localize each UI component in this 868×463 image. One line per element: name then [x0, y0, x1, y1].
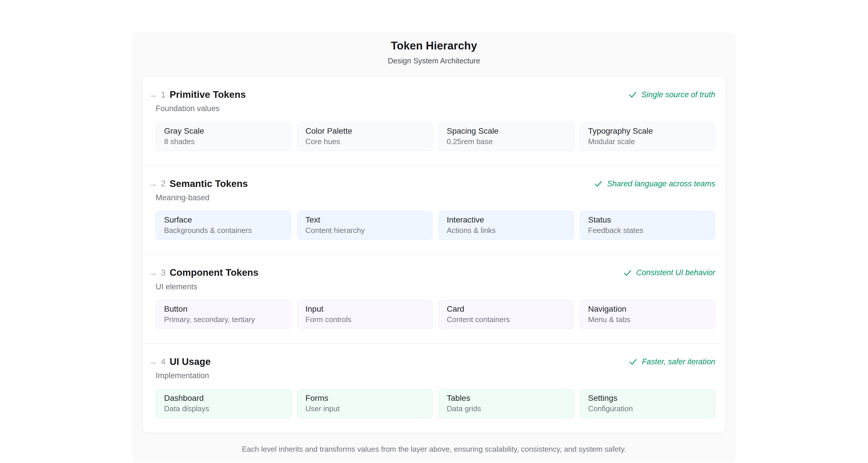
token-card-title: Text: [306, 215, 425, 225]
token-card: Interactive Actions & links: [438, 211, 574, 240]
token-card-subtitle: User input: [306, 404, 425, 413]
level-title: Semantic Tokens: [169, 179, 248, 189]
token-card-title: Settings: [588, 393, 707, 403]
level-number: 4: [161, 358, 165, 366]
token-card-subtitle: Configuration: [588, 404, 707, 413]
token-card: Card Content containers: [438, 300, 574, 329]
level-header: → 1 Primitive Tokens Single source of tr…: [149, 89, 715, 100]
token-card: Status Feedback states: [580, 211, 715, 240]
arrow-right-icon: →: [149, 90, 157, 99]
token-card-title: Typography Scale: [588, 126, 707, 136]
token-card-subtitle: Modular scale: [588, 137, 707, 147]
level-row: → 4 UI Usage Faster, safer iteration Imp…: [142, 343, 726, 433]
level-cards: Dashboard Data displays Forms User input…: [156, 389, 715, 418]
token-card: Input Form controls: [297, 300, 433, 329]
level-row: → 1 Primitive Tokens Single source of tr…: [142, 77, 726, 165]
level-benefit: Shared language across teams: [594, 179, 715, 188]
token-card: Color Palette Core hues: [297, 122, 433, 151]
hierarchy-board: → 1 Primitive Tokens Single source of tr…: [142, 76, 726, 433]
inheritance-note: Each level inherits and transforms value…: [142, 444, 726, 454]
token-card-title: Status: [588, 215, 707, 225]
token-card-title: Card: [447, 304, 566, 314]
arrow-right-icon: →: [149, 358, 157, 366]
arrow-right-icon: →: [149, 269, 157, 277]
level-number: 1: [161, 91, 165, 99]
token-card-title: Surface: [164, 215, 283, 225]
level-benefit: Consistent UI behavior: [623, 268, 715, 277]
token-card-title: Color Palette: [306, 126, 425, 136]
token-card-subtitle: 0.25rem base: [447, 137, 566, 147]
token-card-subtitle: Menu & tabs: [588, 315, 707, 325]
token-card: Text Content hierarchy: [297, 211, 433, 240]
level-header: → 3 Component Tokens Consistent UI behav…: [149, 267, 715, 278]
token-card-subtitle: Data displays: [164, 404, 283, 413]
benefit-text: Shared language across teams: [607, 179, 715, 188]
level-row: → 3 Component Tokens Consistent UI behav…: [142, 254, 726, 343]
token-card-title: Spacing Scale: [447, 126, 566, 136]
level-number: 2: [161, 179, 165, 188]
level-title: Component Tokens: [169, 267, 258, 278]
check-icon: [623, 268, 632, 278]
token-card-subtitle: Core hues: [306, 137, 425, 147]
level-subtitle: Meaning-based: [156, 193, 715, 202]
token-card-subtitle: Content hierarchy: [306, 226, 425, 235]
token-card: Forms User input: [297, 389, 433, 418]
token-card-subtitle: Actions & links: [447, 226, 566, 235]
token-hierarchy-panel: Token Hierarchy Design System Architectu…: [132, 32, 736, 462]
token-card-title: Button: [164, 304, 283, 314]
token-card: Dashboard Data displays: [156, 389, 291, 418]
level-cards: Gray Scale 8 shades Color Palette Core h…: [156, 122, 715, 151]
token-card: Settings Configuration: [580, 389, 715, 418]
token-card-title: Gray Scale: [164, 126, 283, 136]
token-card-subtitle: Form controls: [306, 315, 425, 325]
benefit-text: Single source of truth: [642, 90, 715, 99]
token-card-title: Dashboard: [164, 393, 283, 403]
check-icon: [594, 179, 603, 188]
page-title: Token Hierarchy: [142, 39, 726, 53]
page-subtitle: Design System Architecture: [142, 56, 726, 65]
level-cards: Surface Backgrounds & containers Text Co…: [156, 211, 715, 240]
token-card-subtitle: Backgrounds & containers: [164, 226, 283, 235]
token-card-title: Tables: [447, 393, 566, 403]
token-card-title: Input: [306, 304, 425, 314]
level-subtitle: UI elements: [156, 282, 715, 291]
level-header: → 2 Semantic Tokens Shared language acro…: [149, 179, 715, 189]
level-benefit: Single source of truth: [628, 90, 715, 99]
arrow-right-icon: →: [149, 179, 157, 188]
check-icon: [628, 357, 638, 366]
token-card: Typography Scale Modular scale: [580, 122, 715, 151]
level-title: UI Usage: [169, 357, 211, 367]
check-icon: [628, 90, 638, 99]
token-card-subtitle: 8 shades: [164, 137, 283, 147]
token-card-subtitle: Data grids: [447, 404, 566, 413]
level-subtitle: Foundation values: [156, 104, 715, 113]
token-card-title: Interactive: [447, 215, 566, 225]
benefit-text: Consistent UI behavior: [636, 268, 715, 277]
token-card-title: Navigation: [588, 304, 707, 314]
token-card: Surface Backgrounds & containers: [156, 211, 291, 240]
token-card-subtitle: Content containers: [447, 315, 566, 325]
level-benefit: Faster, safer iteration: [628, 357, 715, 366]
level-title: Primitive Tokens: [169, 89, 246, 100]
token-card: Button Primary, secondary, tertiary: [156, 300, 291, 329]
token-card: Tables Data grids: [438, 389, 574, 418]
level-cards: Button Primary, secondary, tertiary Inpu…: [156, 300, 715, 329]
level-row: → 2 Semantic Tokens Shared language acro…: [142, 165, 726, 255]
token-card-subtitle: Feedback states: [588, 226, 707, 235]
token-card: Navigation Menu & tabs: [580, 300, 715, 329]
token-card: Spacing Scale 0.25rem base: [438, 122, 574, 151]
token-card-title: Forms: [306, 393, 425, 403]
level-number: 3: [161, 269, 165, 277]
level-subtitle: Implementation: [156, 371, 715, 380]
level-header: → 4 UI Usage Faster, safer iteration: [149, 357, 715, 367]
benefit-text: Faster, safer iteration: [642, 357, 715, 366]
token-card: Gray Scale 8 shades: [156, 122, 291, 151]
token-card-subtitle: Primary, secondary, tertiary: [164, 315, 283, 325]
